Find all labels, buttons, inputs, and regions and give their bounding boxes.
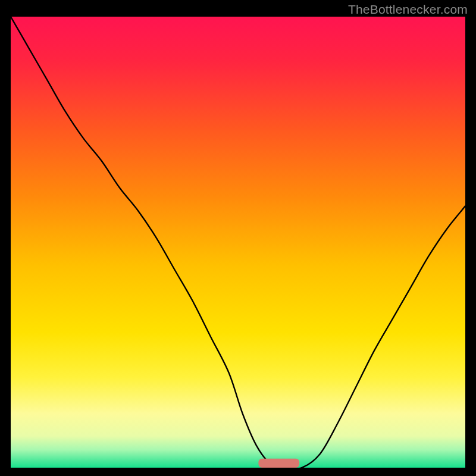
bottleneck-chart: [11, 17, 465, 468]
chart-frame: [11, 17, 465, 468]
watermark-text: TheBottlenecker.com: [348, 2, 468, 17]
optimal-range-marker: [258, 459, 299, 468]
